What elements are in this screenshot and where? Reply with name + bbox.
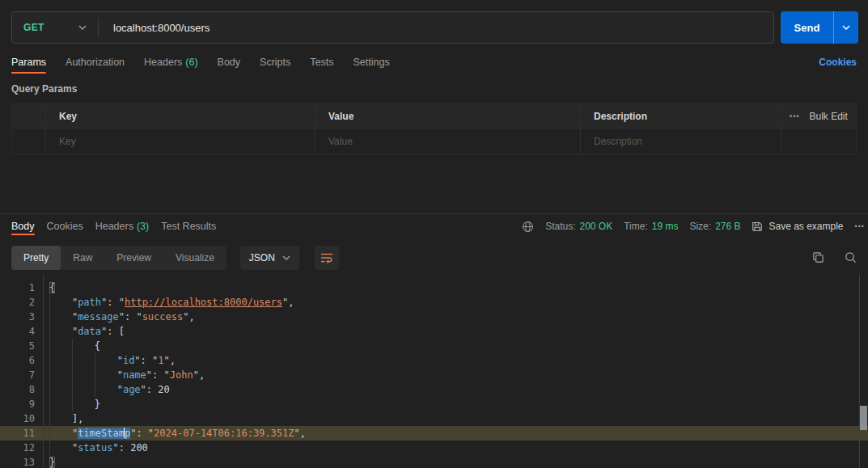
code-line[interactable]: 7"name": "John", [0, 368, 868, 382]
tab-authorization[interactable]: Authorization [66, 57, 125, 68]
response-tabs: Body Cookies Headers(3) Test Results Sta… [11, 215, 865, 238]
response-more-options-icon[interactable]: ••• [855, 222, 865, 230]
code-token: " [117, 384, 123, 395]
tab-scripts[interactable]: Scripts [260, 57, 290, 68]
line-number: 10 [0, 411, 35, 426]
copy-icon[interactable] [812, 251, 824, 264]
code-token: , [300, 428, 306, 439]
wrap-text-icon [320, 252, 333, 264]
query-params-table: Key Value Description ••• Bulk Edit Key … [11, 103, 857, 154]
code-line[interactable]: 10], [0, 411, 868, 426]
more-options-icon[interactable]: ••• [790, 112, 799, 120]
request-tabs: Params Authorization Headers(6) Body Scr… [11, 53, 857, 71]
cookies-link[interactable]: Cookies [819, 57, 857, 68]
indent-guide [49, 368, 73, 382]
code-line[interactable]: 3"message": "success", [0, 310, 868, 324]
tab-body[interactable]: Body [218, 57, 241, 68]
method-select[interactable]: GET [12, 22, 98, 33]
code-token: { [49, 282, 55, 293]
code-token: status [78, 442, 112, 453]
save-as-example-label: Save as example [768, 221, 843, 232]
line-number: 2 [0, 295, 35, 310]
pane-divider[interactable] [0, 213, 868, 214]
scrollbar-thumb[interactable] [860, 406, 867, 430]
network-globe-icon[interactable] [522, 221, 534, 233]
code-token: : [119, 442, 130, 453]
view-pretty[interactable]: Pretty [11, 246, 61, 270]
scrollbar-track[interactable] [859, 275, 868, 468]
key-input[interactable]: Key [46, 129, 315, 154]
tab-response-headers[interactable]: Headers(3) [95, 221, 150, 232]
query-params-title: Query Params [11, 83, 77, 95]
code-token: : [125, 311, 136, 323]
row-checkbox-cell[interactable] [12, 129, 46, 154]
code-token: " [148, 428, 154, 439]
format-select[interactable]: JSON [240, 246, 299, 270]
search-icon[interactable] [845, 251, 857, 264]
code-token: : [141, 355, 152, 366]
send-options-button[interactable] [833, 11, 858, 44]
code-token: } [95, 398, 100, 410]
line-number: 8 [0, 382, 35, 397]
indent-guide [95, 353, 118, 368]
description-input[interactable]: Description [581, 129, 781, 154]
code-token: " [117, 355, 123, 366]
response-status-bar: Status: 200 OK Time: 19 ms Size: 276 B S… [522, 221, 865, 233]
tab-params[interactable]: Params [11, 57, 46, 68]
tab-tests[interactable]: Tests [310, 57, 333, 68]
bulk-edit-button[interactable]: Bulk Edit [809, 111, 847, 122]
code-token: data [78, 326, 101, 337]
code-token: id [123, 355, 134, 366]
save-icon [752, 221, 763, 232]
code-token: success [142, 311, 184, 323]
code-line[interactable]: 12"status": 200 [0, 441, 868, 455]
code-token: 200 [130, 442, 148, 453]
code-token: ], [72, 413, 83, 424]
view-visualize[interactable]: Visualize [163, 246, 227, 270]
tab-test-results[interactable]: Test Results [161, 221, 216, 232]
tab-response-body[interactable]: Body [11, 221, 35, 232]
line-number: 11 [0, 426, 35, 441]
code-token: " [294, 428, 299, 439]
code-line[interactable]: 6"id": "1", [0, 353, 868, 368]
url-input[interactable]: localhost:8000/users [113, 22, 210, 34]
response-body-editor[interactable]: 1{2"path": "http://localhost:8000/users"… [0, 275, 868, 468]
code-line[interactable]: 5{ [0, 339, 868, 353]
code-token: " [141, 384, 146, 395]
code-token: : [146, 384, 158, 395]
value-input[interactable]: Value [315, 129, 581, 154]
line-number: 13 [0, 455, 35, 468]
code-line[interactable]: 2"path": "http://localhost:8000/users", [0, 295, 868, 310]
code-token: { [95, 340, 100, 352]
table-actions-cell: ••• Bulk Edit [781, 104, 856, 128]
code-line[interactable]: 13} [0, 455, 868, 468]
save-as-example-button[interactable]: Save as example [752, 221, 843, 232]
view-raw[interactable]: Raw [61, 246, 104, 270]
code-token: 2024-07-14T06:16:39.351Z [154, 428, 294, 439]
line-number: 1 [0, 280, 35, 295]
indent-guide [49, 353, 73, 368]
wrap-text-button[interactable] [315, 246, 339, 270]
tab-settings[interactable]: Settings [353, 57, 389, 68]
code-line[interactable]: 9} [0, 397, 868, 411]
code-token: , [199, 369, 205, 381]
status-badge: Status: 200 OK [545, 221, 612, 232]
indent-guide [49, 441, 73, 455]
code-token: } [49, 457, 55, 468]
code-line[interactable]: 8"age": 20 [0, 382, 868, 397]
code-line[interactable]: 11"timeStamp": "2024-07-14T06:16:39.351Z… [0, 426, 868, 441]
code-line[interactable]: 4"data": [ [0, 324, 868, 339]
code-line[interactable]: 1{ [0, 280, 868, 295]
view-mode-switcher: Pretty Raw Preview Visualize [11, 246, 227, 270]
tab-headers[interactable]: Headers(6) [144, 57, 198, 68]
indent-guide [72, 382, 95, 397]
send-button[interactable]: Send [781, 11, 833, 44]
indent-guide [49, 310, 73, 324]
url-link[interactable]: http://localhost:8000/users [125, 297, 282, 308]
view-preview[interactable]: Preview [104, 246, 163, 270]
indent-guide [95, 368, 118, 382]
code-token: , [188, 311, 194, 323]
chevron-down-icon [282, 255, 290, 260]
code-token: name [123, 369, 146, 381]
tab-response-cookies[interactable]: Cookies [47, 221, 83, 232]
